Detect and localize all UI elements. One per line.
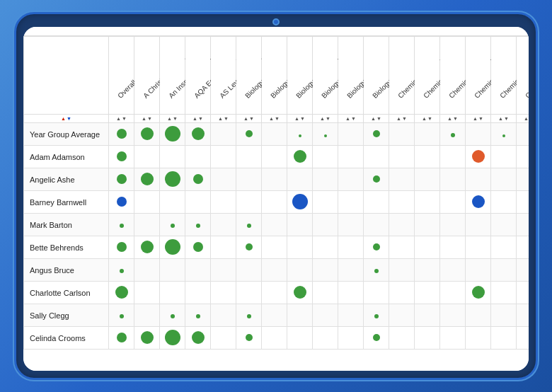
dot-cell[interactable] xyxy=(109,146,134,168)
col-aqa-english[interactable]: AQA English Lan... xyxy=(185,37,211,115)
performance-dot[interactable] xyxy=(120,224,124,228)
performance-dot[interactable] xyxy=(292,194,308,209)
sort-christmas[interactable]: ▲▼ xyxy=(134,115,160,123)
dot-cell[interactable] xyxy=(134,123,160,146)
sort-down-icon[interactable]: ▼ xyxy=(67,116,71,121)
performance-dot[interactable] xyxy=(472,286,485,299)
dot-cell[interactable] xyxy=(313,123,338,146)
dot-cell[interactable] xyxy=(109,282,134,304)
performance-dot[interactable] xyxy=(171,314,175,318)
performance-dot[interactable] xyxy=(117,197,127,207)
dot-cell[interactable] xyxy=(160,236,185,259)
performance-dot[interactable] xyxy=(196,314,200,318)
performance-dot[interactable] xyxy=(192,331,205,344)
col-chemi[interactable]: Chemi... xyxy=(517,37,529,115)
dot-cell[interactable] xyxy=(440,123,466,146)
performance-dot[interactable] xyxy=(374,314,379,318)
sort-aqa[interactable]: ▲▼ xyxy=(185,115,211,123)
performance-dot[interactable] xyxy=(451,133,455,137)
performance-dot[interactable] xyxy=(373,243,380,250)
performance-dot[interactable] xyxy=(117,151,127,161)
performance-dot[interactable] xyxy=(171,224,175,228)
performance-dot[interactable] xyxy=(246,130,253,137)
dot-cell[interactable] xyxy=(134,168,160,191)
dot-cell[interactable] xyxy=(364,123,389,146)
dot-cell[interactable] xyxy=(185,327,211,350)
col-bio-edex[interactable]: Biology [Edexce... xyxy=(287,37,313,115)
col-bio11s[interactable]: Biology 11+ [S... xyxy=(236,37,262,115)
sort-bio-ks3[interactable]: ▲▼ xyxy=(364,115,389,123)
performance-dot[interactable] xyxy=(117,333,127,342)
dot-cell[interactable] xyxy=(109,304,134,327)
sort-bio11[interactable]: ▲▼ xyxy=(236,115,262,123)
sort-physics[interactable]: ▲▼ xyxy=(211,115,236,123)
col-chem-edx[interactable]: Chemistry [EDX] xyxy=(466,37,491,115)
dot-cell[interactable] xyxy=(185,304,211,327)
performance-dot[interactable] xyxy=(165,126,180,142)
dot-cell[interactable] xyxy=(364,259,389,282)
performance-dot[interactable] xyxy=(472,150,485,163)
dot-cell[interactable] xyxy=(134,327,160,350)
dot-cell[interactable] xyxy=(236,214,262,236)
dot-cell[interactable] xyxy=(185,236,211,259)
dot-cell[interactable] xyxy=(287,123,313,146)
performance-dot[interactable] xyxy=(373,130,380,137)
dot-cell[interactable] xyxy=(109,168,134,191)
sort-bio-elc[interactable]: ▲▼ xyxy=(338,115,364,123)
sort-overall[interactable]: ▲▼ xyxy=(109,115,134,123)
performance-dot[interactable] xyxy=(324,134,327,137)
performance-dot[interactable] xyxy=(299,134,301,137)
sort-bio-aqa[interactable]: ▲▼ xyxy=(262,115,287,123)
performance-dot[interactable] xyxy=(117,129,127,139)
dot-cell[interactable] xyxy=(109,123,134,146)
dot-cell[interactable] xyxy=(364,304,389,327)
performance-dot[interactable] xyxy=(373,334,380,341)
col-bio-aqa[interactable]: Biology [AQA] xyxy=(262,37,287,115)
dot-cell[interactable] xyxy=(236,123,262,146)
performance-dot[interactable] xyxy=(294,150,306,163)
dot-cell[interactable] xyxy=(160,168,185,191)
dot-cell[interactable] xyxy=(185,168,211,191)
dot-cell[interactable] xyxy=(466,146,491,168)
col-inspector[interactable]: An Inspector Ca... xyxy=(160,37,185,115)
sort-up-icon[interactable]: ▲ xyxy=(61,116,66,121)
sort-chem-elc[interactable]: ▲▼ xyxy=(491,115,517,123)
dot-cell[interactable] xyxy=(236,236,262,259)
performance-dot[interactable] xyxy=(247,314,251,318)
performance-dot[interactable] xyxy=(374,269,379,273)
performance-dot[interactable] xyxy=(165,330,180,345)
dot-cell[interactable] xyxy=(236,327,262,350)
performance-dot[interactable] xyxy=(246,334,253,341)
performance-dot[interactable] xyxy=(373,175,380,183)
dot-cell[interactable] xyxy=(287,191,313,214)
performance-dot[interactable] xyxy=(120,269,124,273)
performance-dot[interactable] xyxy=(246,243,253,250)
dot-cell[interactable] xyxy=(109,327,134,350)
dot-cell[interactable] xyxy=(160,304,185,327)
col-as-physics[interactable]: AS Level Physic... xyxy=(211,37,236,115)
col-bio-edx[interactable]: Biology [EDX] xyxy=(313,37,338,115)
sort-chemi[interactable]: ▲▼ xyxy=(517,115,529,123)
performance-dot[interactable] xyxy=(141,241,154,253)
dot-cell[interactable] xyxy=(364,327,389,350)
performance-dot[interactable] xyxy=(196,224,200,228)
performance-dot[interactable] xyxy=(472,195,485,208)
sort-chem-aqa[interactable]: ▲▼ xyxy=(415,115,440,123)
dot-cell[interactable] xyxy=(364,168,389,191)
dot-cell[interactable] xyxy=(364,236,389,259)
performance-dot[interactable] xyxy=(193,174,203,184)
performance-dot[interactable] xyxy=(502,134,505,137)
dot-cell[interactable] xyxy=(109,236,134,259)
dot-cell[interactable] xyxy=(160,327,185,350)
sort-chem-edx[interactable]: ▲▼ xyxy=(466,115,491,123)
sort-inspector[interactable]: ▲▼ xyxy=(160,115,185,123)
dot-cell[interactable] xyxy=(134,236,160,259)
col-chem11[interactable]: Chemistry 11+ [... xyxy=(389,37,415,115)
dot-cell[interactable] xyxy=(109,214,134,236)
performance-dot[interactable] xyxy=(117,242,127,252)
dot-cell[interactable] xyxy=(109,191,134,214)
performance-dot[interactable] xyxy=(141,331,154,344)
col-chem-edex[interactable]: Chemistry [Edex... xyxy=(440,37,466,115)
dot-cell[interactable] xyxy=(185,214,211,236)
performance-dot[interactable] xyxy=(115,286,128,299)
